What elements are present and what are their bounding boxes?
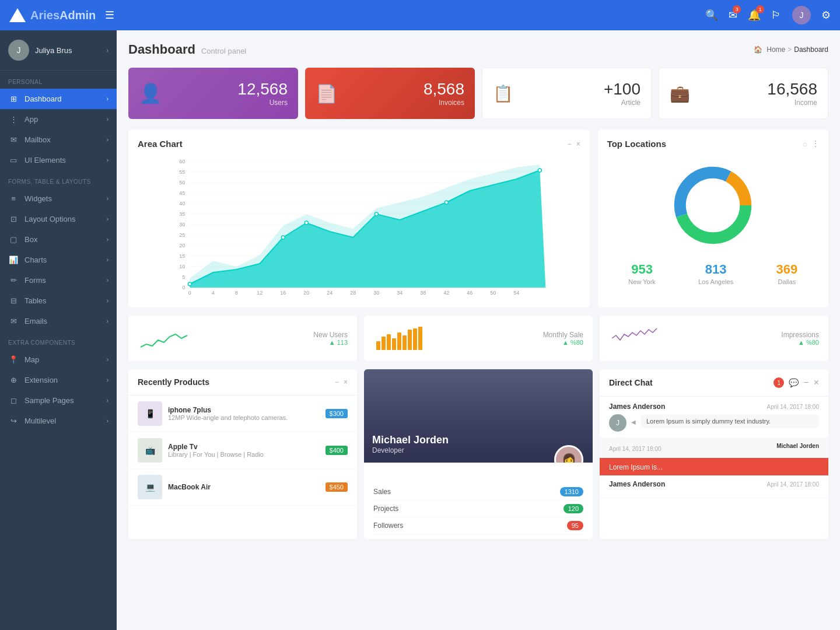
svg-text:35: 35 [179, 211, 185, 217]
search-icon[interactable]: 🔍 [705, 9, 718, 22]
sidebar-chevron-icon: › [107, 236, 108, 243]
gear-icon[interactable]: ⚙ [821, 9, 831, 22]
invoices-icon: 📄 [316, 83, 337, 104]
stat-article-label: Article [523, 99, 640, 107]
sidebar-item-extension-label: Extension [24, 376, 101, 384]
sidebar-chevron-icon: › [107, 96, 108, 102]
users-icon: 👤 [139, 82, 162, 104]
bottom-row: Recently Products − × 📱 iphone 7plus 12M… [128, 369, 828, 539]
product-item-apple-tv: 📺 Apple Tv Library | For You | Browse | … [128, 432, 357, 469]
monthly-sale-label: Monthly Sale [433, 331, 583, 339]
macbook-price: $450 [326, 482, 348, 492]
svg-text:16: 16 [280, 290, 286, 296]
profile-stat-followers: Followers 95 [373, 517, 583, 534]
logo-text: AriesAdmin [30, 9, 96, 22]
monthly-sale-value: ▲ %80 [433, 339, 583, 346]
area-chart-close[interactable]: × [576, 140, 580, 148]
sidebar-item-forms[interactable]: ✏ Forms › [0, 270, 117, 290]
new-users-sparkline [138, 324, 190, 353]
sidebar-item-layout[interactable]: ⊡ Layout Options › [0, 209, 117, 229]
top-locations-actions: ○ ⋮ [803, 139, 819, 149]
breadcrumb: 🏠 Home > Dashboard [754, 46, 828, 54]
stat-card-income: 💼 16,568 Income [659, 68, 828, 119]
profile-stat-projects: Projects 120 [373, 501, 583, 517]
user-avatar[interactable]: J [792, 6, 811, 24]
sidebar-item-sample-pages[interactable]: ◻ Sample Pages › [0, 390, 117, 411]
sidebar-item-dashboard[interactable]: ⊞ Dashboard › [0, 89, 117, 109]
mini-stat-impressions: Impressions ▲ %80 [600, 316, 828, 361]
followers-label: Followers [373, 522, 403, 530]
sidebar-item-ui-elements[interactable]: ▭ UI Elements › [0, 150, 117, 170]
breadcrumb-home[interactable]: Home [766, 46, 785, 54]
logo-triangle-icon [9, 8, 26, 22]
top-locations-title: Top Locations [607, 139, 666, 149]
dallas-label: Dallas [776, 278, 798, 285]
mini-stat-new-users-info: New Users ▲ 113 [197, 331, 348, 346]
chat-minimize-icon[interactable]: − [803, 377, 808, 388]
donut-chart-svg [669, 162, 757, 249]
home-icon: 🏠 [754, 46, 762, 54]
mail-icon[interactable]: ✉ 3 [729, 9, 737, 22]
projects-value: 120 [564, 504, 583, 513]
svg-text:20: 20 [303, 290, 309, 296]
macbook-img: 💻 [138, 475, 162, 499]
sidebar-item-forms-label: Forms [24, 276, 101, 285]
chat-sender-1: James Anderson [609, 402, 665, 411]
svg-rect-55 [402, 335, 407, 350]
products-close-icon[interactable]: × [344, 378, 348, 386]
svg-text:0: 0 [188, 290, 191, 296]
chat-close-icon[interactable]: × [814, 377, 819, 388]
svg-rect-51 [382, 337, 386, 350]
sidebar-chevron-icon: › [107, 216, 108, 222]
iphone-desc: 12MP Wide-angle and telephoto cameras. [168, 414, 320, 421]
new-york-number: 953 [628, 262, 655, 277]
svg-text:5: 5 [182, 274, 185, 280]
sidebar-user[interactable]: J Juliya Brus › [0, 30, 117, 71]
chat-badge: 1 [774, 377, 784, 388]
sales-label: Sales [373, 488, 391, 496]
svg-text:25: 25 [179, 232, 185, 238]
sidebar-item-multilevel[interactable]: ↪ Multilevel › [0, 411, 117, 431]
sidebar-item-map[interactable]: 📍 Map › [0, 349, 117, 370]
sidebar-chevron-icon: › [107, 195, 108, 202]
iphone-name: iphone 7plus [168, 406, 320, 414]
area-chart-wrap: 60 55 50 45 40 35 30 25 20 15 10 5 0 [138, 156, 580, 298]
apple-tv-price: $400 [326, 446, 348, 455]
svg-rect-57 [413, 328, 417, 350]
impressions-sparkline [609, 324, 662, 353]
sidebar-item-app[interactable]: ⋮ App › [0, 109, 117, 130]
sidebar-item-extension[interactable]: ⊕ Extension › [0, 370, 117, 390]
sidebar-item-mailbox[interactable]: ✉ Mailbox › [0, 130, 117, 150]
income-icon: 💼 [670, 84, 690, 103]
los-angeles-label: Los Angeles [698, 278, 733, 285]
direct-chat-card: Direct Chat 1 💬 − × James Anderson April… [600, 369, 828, 539]
sidebar-item-box[interactable]: ▢ Box › [0, 229, 117, 250]
chat-time-3: April 14, 2017 18:00 [766, 481, 819, 488]
top-locations-more-icon[interactable]: ⋮ [812, 139, 819, 149]
recently-products-card: Recently Products − × 📱 iphone 7plus 12M… [128, 369, 357, 539]
sidebar-item-multilevel-label: Multilevel [24, 416, 101, 425]
svg-text:8: 8 [235, 290, 238, 296]
chat-msg-1-header: James Anderson April 14, 2017 18:00 [609, 402, 819, 411]
svg-text:54: 54 [513, 290, 519, 296]
sidebar-item-dashboard-label: Dashboard [24, 94, 101, 103]
sidebar-item-tables[interactable]: ⊟ Tables › [0, 290, 117, 311]
sidebar-item-ui-label: UI Elements [24, 156, 101, 164]
sidebar-item-emails[interactable]: ✉ Emails › [0, 311, 117, 331]
chat-message-1: James Anderson April 14, 2017 18:00 J ◀ … [600, 397, 828, 438]
area-chart-minimize[interactable]: − [568, 140, 572, 148]
hamburger-button[interactable]: ☰ [105, 9, 114, 22]
products-minimize-icon[interactable]: − [335, 378, 339, 386]
chat-message-highlight: Lorem Ipsum is... [600, 458, 828, 475]
top-locations-circle-icon[interactable]: ○ [803, 139, 807, 149]
sidebar-item-widgets[interactable]: ≡ Widgets › [0, 188, 117, 209]
flag-icon[interactable]: 🏳 [771, 9, 782, 22]
multilevel-icon: ↪ [8, 416, 19, 425]
mini-stats-row: New Users ▲ 113 Monthly [128, 316, 828, 361]
bell-icon[interactable]: 🔔 1 [748, 9, 761, 22]
stat-card-article: 📋 +100 Article [482, 68, 652, 119]
sidebar-personal-label: PERSONAL [0, 71, 117, 89]
sidebar-item-charts[interactable]: 📊 Charts › [0, 250, 117, 270]
stat-users-number: 12,568 [172, 80, 288, 99]
area-chart-header: Area Chart − × [138, 139, 580, 149]
